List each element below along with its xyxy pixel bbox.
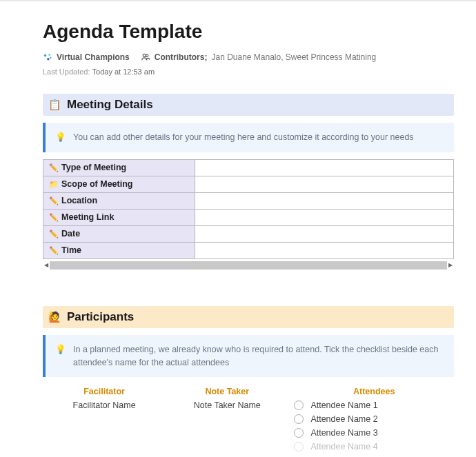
svg-point-0 xyxy=(44,54,47,57)
lightbulb-icon: 💡 xyxy=(55,131,66,144)
contributors[interactable]: Contributors; Jan Duane Manalo, Sweet Pr… xyxy=(141,52,376,62)
workspace-icon xyxy=(43,52,52,62)
facilitator-name[interactable]: Facilitator Name xyxy=(43,400,166,410)
contributors-names: Jan Duane Manalo, Sweet Princess Matinin… xyxy=(211,52,376,62)
table-row: ✏️Date xyxy=(43,225,454,242)
facilitator-header: Facilitator xyxy=(43,387,166,396)
attendee-name: Attendee Name 1 xyxy=(310,400,377,410)
svg-point-5 xyxy=(146,54,148,57)
meeting-details-title: Meeting Details xyxy=(67,98,153,112)
participants-header: 🙋 Participants xyxy=(43,306,454,328)
svg-point-2 xyxy=(47,58,50,61)
last-updated-label: Last Updated: xyxy=(43,68,90,76)
field-label-link[interactable]: ✏️Meeting Link xyxy=(43,209,195,225)
workspace-chip[interactable]: Virtual Champions xyxy=(43,52,130,62)
meeting-details-callout: 💡 You can add other details for your mee… xyxy=(43,123,454,152)
note-taker-column: Note Taker Note Taker Name xyxy=(166,387,288,456)
table-row: ✏️Location xyxy=(43,192,454,209)
scroll-track[interactable] xyxy=(50,261,447,270)
participants-title: Participants xyxy=(67,310,134,324)
pencil-icon: ✏️ xyxy=(49,246,59,254)
facilitator-column: Facilitator Facilitator Name xyxy=(43,387,166,456)
svg-point-1 xyxy=(48,54,50,56)
field-value-time[interactable] xyxy=(195,242,454,258)
lightbulb-icon: 💡 xyxy=(55,343,66,369)
last-updated: Last Updated: Today at 12:53 am xyxy=(43,68,454,76)
field-label-scope[interactable]: 📁Scope of Meeting xyxy=(43,176,195,192)
table-row: ✏️Meeting Link xyxy=(43,209,454,225)
field-value-date[interactable] xyxy=(195,225,454,242)
meta-row: Virtual Champions Contributors; Jan Duan… xyxy=(43,52,454,62)
attendee-row[interactable]: Attendee Name 4 xyxy=(294,442,454,451)
table-row: ✏️Type of Meeting xyxy=(43,159,454,176)
scroll-right-arrow-icon[interactable]: ▶ xyxy=(447,261,454,270)
attendee-name: Attendee Name 2 xyxy=(310,414,377,424)
field-label-type[interactable]: ✏️Type of Meeting xyxy=(43,159,195,176)
attendee-checkbox[interactable] xyxy=(294,414,304,424)
svg-point-4 xyxy=(143,54,146,57)
field-value-link[interactable] xyxy=(195,209,454,225)
raising-hand-icon: 🙋 xyxy=(48,311,61,323)
attendee-row[interactable]: Attendee Name 2 xyxy=(294,414,454,424)
attendees-header: Attendees xyxy=(294,387,454,396)
field-label-date[interactable]: ✏️Date xyxy=(43,225,195,242)
participants-roles: Facilitator Facilitator Name Note Taker … xyxy=(43,387,454,456)
note-taker-header: Note Taker xyxy=(166,387,288,396)
meeting-details-table: ✏️Type of Meeting 📁Scope of Meeting ✏️Lo… xyxy=(43,159,454,259)
workspace-name: Virtual Champions xyxy=(57,52,130,62)
last-updated-time: Today at 12:53 am xyxy=(92,68,155,76)
pencil-icon: ✏️ xyxy=(49,213,59,221)
notepad-icon: 📋 xyxy=(48,99,61,111)
field-value-type[interactable] xyxy=(195,159,454,176)
attendee-name: Attendee Name 3 xyxy=(310,428,377,438)
participants-section: 🙋 Participants 💡 In a planned meeting, w… xyxy=(43,306,454,456)
table-row: 📁Scope of Meeting xyxy=(43,176,454,192)
pencil-icon: ✏️ xyxy=(49,163,59,172)
scroll-left-arrow-icon[interactable]: ◀ xyxy=(43,261,50,270)
folder-icon: 📁 xyxy=(49,180,59,188)
field-label-time[interactable]: ✏️Time xyxy=(43,242,195,258)
attendees-column: Attendees Attendee Name 1 Attendee Name … xyxy=(288,387,454,456)
note-taker-name[interactable]: Note Taker Name xyxy=(166,400,288,410)
attendee-checkbox[interactable] xyxy=(294,400,304,410)
table-row: ✏️Time xyxy=(43,242,454,258)
horizontal-scrollbar[interactable]: ◀ ▶ xyxy=(43,261,454,270)
field-value-location[interactable] xyxy=(195,192,454,209)
attendee-row[interactable]: Attendee Name 1 xyxy=(294,400,454,410)
meeting-details-section: 📋 Meeting Details 💡 You can add other de… xyxy=(43,94,454,270)
contributors-label: Contributors; xyxy=(155,52,208,62)
pencil-icon: ✏️ xyxy=(49,230,59,238)
pencil-icon: ✏️ xyxy=(49,196,59,205)
svg-point-3 xyxy=(50,57,51,59)
attendee-checkbox[interactable] xyxy=(294,428,304,438)
participants-callout: 💡 In a planned meeting, we already know … xyxy=(43,335,454,378)
contributors-icon xyxy=(141,52,150,62)
participants-callout-text: In a planned meeting, we already know wh… xyxy=(73,343,444,369)
attendee-row[interactable]: Attendee Name 3 xyxy=(294,428,454,438)
field-label-location[interactable]: ✏️Location xyxy=(43,192,195,209)
page-container: Agenda Template Virtual Champions xyxy=(0,0,476,456)
meeting-details-callout-text: You can add other details for your meeti… xyxy=(73,131,414,144)
page-title: Agenda Template xyxy=(43,21,454,43)
meeting-details-header: 📋 Meeting Details xyxy=(43,94,454,116)
field-value-scope[interactable] xyxy=(195,176,454,192)
attendee-checkbox[interactable] xyxy=(294,442,304,451)
attendee-name: Attendee Name 4 xyxy=(310,442,377,451)
